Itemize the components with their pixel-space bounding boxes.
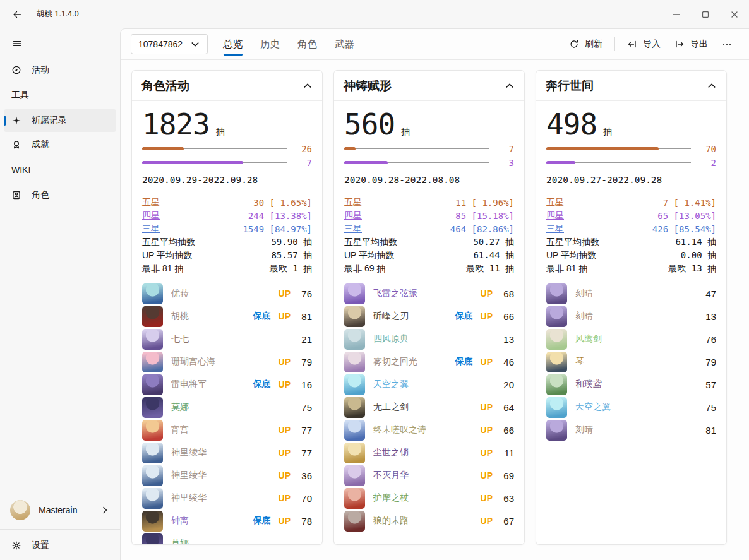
item-avatar	[142, 488, 163, 509]
item-name: 刻晴	[575, 311, 695, 322]
banner-card-header[interactable]: 奔行世间	[536, 71, 726, 101]
banner-card-header[interactable]: 角色活动	[132, 71, 322, 101]
stat-row: UP 平均抽数85.57 抽	[142, 249, 312, 262]
pity-bar-five-star: 26	[142, 142, 312, 155]
banner-title: 神铸赋形	[344, 78, 392, 94]
sidebar-item-5[interactable]: 角色	[4, 184, 116, 206]
stat-label[interactable]: 三星	[344, 223, 362, 235]
pity-bar-track	[142, 161, 287, 164]
stat-label[interactable]: 四星	[344, 210, 362, 222]
compass-icon	[10, 65, 23, 75]
sidebar-item-settings[interactable]: 设置	[0, 531, 120, 560]
stat-label[interactable]: 三星	[546, 223, 564, 235]
stat-label[interactable]: 五星	[142, 197, 160, 208]
item-name: 琴	[575, 356, 695, 367]
tab-0[interactable]: 总览	[223, 29, 243, 59]
more-options-button[interactable]	[715, 35, 739, 53]
banner-total-unit: 抽	[216, 126, 225, 138]
item-name: 雷电将军	[171, 379, 246, 390]
item-name: 狼的末路	[373, 515, 473, 527]
stat-label: 五星平均抽数	[142, 237, 195, 248]
item-pull-count: 21	[298, 334, 312, 345]
pity-bar-track	[344, 147, 489, 150]
stat-row: 三星464 [82.86%]	[344, 222, 514, 235]
stat-row: 最非 81 抽最欧 1 抽	[142, 262, 312, 275]
hamburger-button[interactable]	[5, 33, 29, 54]
header-actions: 刷新 导入 导出	[562, 35, 739, 54]
export-button[interactable]: 导出	[668, 35, 715, 54]
main-panel: 107847862 总览历史角色武器 刷新 导入 导出 角色活动1823抽267…	[120, 28, 749, 560]
minimize-button[interactable]	[662, 0, 691, 28]
refresh-button[interactable]: 刷新	[562, 35, 609, 54]
import-label: 导入	[643, 39, 661, 50]
stat-label[interactable]: 三星	[142, 223, 160, 235]
stat-label[interactable]: 五星	[344, 197, 362, 208]
item-avatar	[546, 352, 567, 372]
item-name: 刻晴	[575, 288, 695, 299]
item-avatar	[142, 352, 163, 372]
sidebar-item-3[interactable]: 成就	[4, 133, 116, 156]
tab-3[interactable]: 武器	[335, 29, 354, 59]
item-pull-count: 79	[298, 357, 312, 367]
stat-value: 61.44 抽	[473, 250, 514, 261]
up-badge: UP	[279, 379, 291, 390]
stat-row: UP 平均抽数0.00 抽	[546, 249, 716, 262]
import-button[interactable]: 导入	[620, 35, 668, 54]
close-button[interactable]	[720, 0, 749, 28]
stat-row: 四星65 [13.05%]	[546, 209, 716, 222]
maximize-button[interactable]	[691, 0, 720, 28]
item-name: 莫娜	[171, 538, 291, 545]
guarantee-badge: 保底	[253, 311, 271, 322]
stat-label: UP 平均抽数	[142, 250, 192, 261]
user-account-row[interactable]: Masterain	[4, 495, 116, 525]
item-avatar	[142, 397, 163, 418]
collapse-chevron-up-icon[interactable]	[505, 81, 515, 91]
tab-1[interactable]: 历史	[260, 29, 280, 59]
pity-bar-five-star: 7	[344, 142, 514, 155]
sidebar-item-0[interactable]: 活动	[4, 59, 116, 81]
item-avatar	[142, 283, 163, 304]
pity-bar-five-star: 70	[546, 142, 716, 155]
collapse-chevron-up-icon[interactable]	[707, 81, 717, 91]
back-button[interactable]	[5, 4, 29, 25]
stat-label[interactable]: 四星	[142, 210, 160, 222]
item-row: 无工之剑UP64	[344, 396, 514, 419]
banner-card-header[interactable]: 神铸赋形	[334, 71, 524, 101]
item-name: 斫峰之刃	[373, 311, 448, 322]
banner-card-2: 奔行世间498抽7022020.09.27-2022.09.28五星7 [ 1.…	[536, 70, 727, 545]
sparkle-icon	[10, 116, 23, 126]
sidebar-spacer	[0, 208, 120, 495]
sidebar-divider	[0, 529, 120, 530]
item-avatar	[344, 443, 365, 463]
stat-label[interactable]: 四星	[546, 210, 564, 222]
tab-2[interactable]: 角色	[297, 29, 317, 59]
stat-row: 三星1549 [84.97%]	[142, 222, 312, 235]
item-pull-count: 66	[500, 425, 514, 436]
banner-card-body: 498抽7022020.09.27-2022.09.28五星7 [ 1.41%]…	[536, 101, 726, 441]
item-row: 钟离保底UP78	[142, 509, 312, 532]
banner-total-row: 498抽	[546, 107, 716, 141]
up-badge: UP	[481, 289, 493, 299]
item-row: 斫峰之刃保底UP66	[344, 305, 514, 328]
stat-label[interactable]: 五星	[546, 197, 564, 208]
item-name: 优菈	[171, 288, 271, 299]
collapse-chevron-up-icon[interactable]	[303, 81, 313, 91]
item-name: 尘世之锁	[373, 447, 473, 458]
item-name: 和璞鸢	[575, 379, 695, 390]
stat-label: 最非 81 抽	[546, 263, 587, 275]
item-pull-count: 77	[298, 425, 312, 436]
banner-items-list: 刻晴47刻晴13风鹰剑76琴79和璞鸢57天空之翼75刻晴81	[546, 282, 716, 441]
account-selector[interactable]: 107847862	[131, 34, 208, 54]
item-pull-count: 67	[500, 516, 514, 527]
banner-total-row: 560抽	[344, 107, 514, 141]
pity-bar-fill	[546, 147, 659, 150]
hamburger-icon	[12, 39, 22, 49]
banner-stats: 五星30 [ 1.65%]四星244 [13.38%]三星1549 [84.97…	[142, 196, 312, 275]
banner-card-body: 1823抽2672020.09.29-2022.09.28五星30 [ 1.65…	[132, 101, 322, 545]
pity-bar-four-star: 7	[142, 156, 312, 169]
sidebar-item-2[interactable]: 祈愿记录	[4, 109, 116, 132]
account-number: 107847862	[138, 39, 183, 49]
item-name: 护摩之杖	[373, 492, 473, 504]
item-row: 神里绫华UP36	[142, 464, 312, 487]
more-icon	[722, 39, 732, 49]
